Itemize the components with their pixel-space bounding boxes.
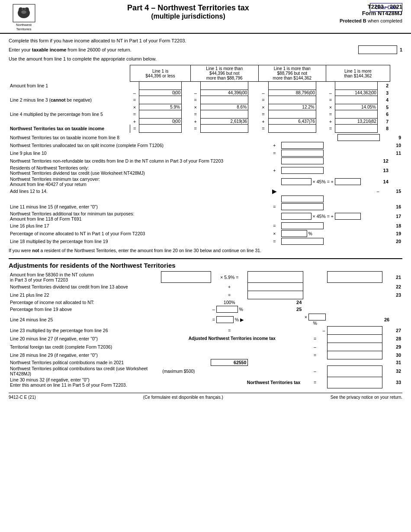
l22-op: + — [211, 283, 248, 291]
l19-label: Percentage of income allocated to NT in … — [9, 230, 269, 237]
l30-label: Line 28 minus line 29 (if negative, ente… — [9, 351, 161, 359]
line23-row: Line 21 plus line 22 = 23 — [9, 291, 402, 299]
l14-op-plus: + — [331, 179, 334, 184]
table-row-4: Line 2 minus line 3 (cannot be negative)… — [9, 96, 402, 104]
r4-c4-input[interactable] — [337, 96, 366, 103]
r5-c4-pct: 14.05% — [335, 104, 378, 110]
r2-c2-input[interactable] — [202, 82, 231, 89]
l14-input[interactable] — [281, 178, 311, 185]
l27-num: 27 — [391, 326, 402, 334]
line1-input[interactable] — [358, 45, 397, 54]
col3-header: Line 1 is more than$88,796 but notmore t… — [258, 65, 326, 82]
r3-c4-op: – — [326, 90, 335, 96]
l29-input[interactable] — [329, 343, 371, 350]
r6-c4-input[interactable] — [337, 111, 366, 118]
line28-row: Line 20 minus line 27 (if negative, ente… — [9, 334, 402, 343]
l10-input[interactable] — [281, 142, 324, 149]
l25-input[interactable] — [216, 306, 238, 313]
l13-op: + — [269, 165, 280, 176]
l32-label: Northwest Territories political contribu… — [9, 365, 161, 377]
l12-input[interactable] — [281, 157, 324, 164]
line17-row: Northwest Territories additional tax for… — [9, 211, 402, 222]
l11-input[interactable] — [281, 150, 324, 157]
l23-label: Line 21 plus line 22 — [9, 291, 161, 299]
l20-label: Line 18 multiplied by the percentage fro… — [9, 237, 269, 245]
line30-row: Line 28 minus line 29 (if negative, ente… — [9, 351, 402, 359]
line22-row: Northwest Territories dividend tax credi… — [9, 283, 402, 291]
l15-input[interactable] — [281, 195, 324, 202]
form-name: Form NT428MJ — [333, 10, 402, 16]
l26-num: 26 — [327, 313, 391, 326]
l26-pct-input[interactable] — [308, 314, 326, 320]
l21-label: Amount from line 58360 in the NT column … — [9, 272, 161, 283]
l25-num: 25 — [248, 305, 303, 313]
l23-op: = — [211, 291, 248, 299]
l1514-label: Add lines 12 to 14. — [9, 187, 269, 195]
r7-num: 7 — [377, 119, 390, 125]
r8-c2-input[interactable] — [202, 125, 231, 132]
r2-num: 2 — [377, 82, 390, 90]
r4-c1-input[interactable] — [141, 96, 170, 103]
l13-input[interactable] — [281, 167, 324, 174]
r3-c3-val: 88,796|00 — [268, 90, 316, 96]
line11-row: Line 9 plus line 10 = 11 — [9, 149, 402, 157]
r6-c2-input[interactable] — [202, 111, 231, 118]
l18-num: 18 — [391, 222, 402, 230]
l28-input[interactable] — [329, 335, 371, 342]
form-title-main: Part 4 – Northwest Territories tax — [43, 3, 333, 13]
l11-op: = — [269, 149, 280, 157]
l22-num: 22 — [391, 283, 402, 291]
r8-c1-input[interactable] — [141, 125, 170, 132]
r8-c3-input[interactable] — [270, 125, 299, 132]
l21-input[interactable] — [163, 274, 201, 281]
r6-c1-input[interactable] — [141, 111, 170, 118]
table-row-6: Line 4 multiplied by the percentage from… — [9, 110, 402, 119]
r4-c3-input[interactable] — [270, 96, 299, 103]
l14-result-input[interactable] — [335, 178, 361, 185]
l19-input[interactable] — [281, 230, 307, 237]
l22-input[interactable] — [249, 283, 292, 290]
l26-input[interactable] — [216, 316, 234, 323]
r2-c3-input[interactable] — [270, 82, 299, 89]
l33-label: Line 30 minus 32 (if negative, enter "0"… — [9, 377, 161, 388]
line16-row: Line 11 minus line 15 (if negative, ente… — [9, 203, 402, 211]
r6-c3-input[interactable] — [270, 111, 299, 118]
l17-input[interactable] — [281, 213, 311, 220]
l23-input[interactable] — [249, 292, 292, 298]
r5-c2-pct: 8.6% — [201, 104, 248, 110]
l26-pct2: % — [313, 320, 317, 326]
r2-c4-input[interactable] — [337, 82, 366, 89]
l20-input[interactable] — [281, 238, 324, 245]
l18-input[interactable] — [281, 222, 324, 229]
l30-input[interactable] — [329, 352, 371, 359]
r7-c2-val: 2,619|36 — [201, 119, 248, 125]
form-number: T2203 – 2021 — [333, 3, 402, 10]
l25-label: Percentage from line 19 above — [9, 305, 161, 313]
line15-input-row — [9, 195, 402, 203]
line31-row: Northwest Territories political contribu… — [9, 359, 402, 365]
svg-point-4 — [22, 8, 23, 10]
l21-result-input[interactable] — [249, 274, 292, 281]
l9-input[interactable] — [337, 134, 380, 141]
r8-c4-input[interactable] — [337, 125, 366, 132]
l27-input[interactable] — [329, 327, 371, 334]
r4-c2-input[interactable] — [202, 96, 231, 103]
l16-input[interactable] — [281, 203, 324, 210]
r2-c1-input[interactable] — [141, 82, 170, 89]
l17-result-input[interactable] — [335, 213, 361, 220]
r3-c4-val: 144,362|00 — [335, 90, 378, 96]
l30-op: = — [303, 351, 327, 359]
instruction-3: Use the amount from line 1 to complete t… — [9, 56, 402, 61]
protected-label: Protected B when completed — [333, 18, 402, 23]
l33-input[interactable] — [329, 379, 371, 386]
r7-c3-val: 6,437|76 — [268, 119, 316, 125]
r6-label: Line 4 multiplied by the percentage from… — [9, 110, 130, 119]
line21-row: Amount from line 58360 in the NT column … — [9, 272, 402, 283]
l26-label: Line 24 minus line 25 — [9, 313, 161, 326]
line1-row: Enter your taxable income from line 2600… — [9, 45, 402, 54]
l32-input[interactable] — [329, 368, 371, 375]
l21-final-input[interactable] — [329, 274, 371, 281]
l33-op: = — [303, 377, 327, 388]
l9-num: 9 — [391, 134, 402, 141]
table-row-8: Northwest Territories tax on taxable inc… — [9, 125, 402, 133]
